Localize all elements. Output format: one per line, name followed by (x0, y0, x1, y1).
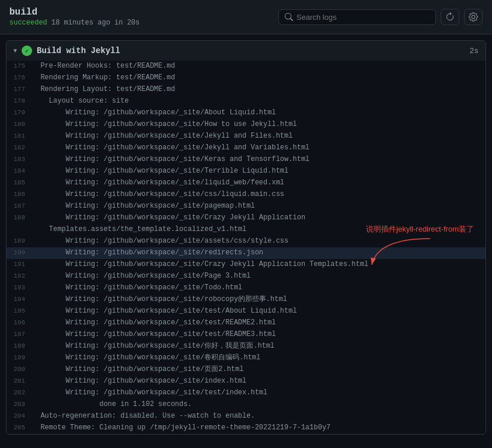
log-line: 187 Writing: /github/workspace/_site/pag… (6, 201, 486, 212)
log-text: Writing: /github/workspace/_site/css/liq… (32, 189, 284, 200)
header-right (278, 9, 483, 25)
log-line: 185 Writing: /github/workspace/_site/liq… (6, 177, 486, 189)
log-line: 203 done in 1.102 seconds. (6, 399, 486, 411)
header-left: build succeeded 18 minutes ago in 20s (9, 7, 139, 27)
log-line: 179 Writing: /github/workspace/_site/Abo… (6, 107, 486, 119)
line-number: 195 (11, 306, 32, 316)
log-text: Remote Theme: Cleaning up /tmp/jekyll-re… (32, 422, 330, 433)
log-text: Writing: /github/workspace/_site/Keras a… (32, 154, 309, 164)
log-text: Writing: /github/workspace/_site/pagemap… (32, 201, 255, 211)
log-text: Writing: /github/workspace/_site/Crazy J… (32, 212, 305, 223)
log-text: Writing: /github/workspace/_site/index.h… (32, 376, 246, 386)
log-line: 190 Writing: /github/workspace/_site/red… (6, 247, 486, 259)
refresh-button[interactable] (441, 9, 459, 25)
search-box[interactable] (278, 9, 436, 25)
log-line: 196 Writing: /github/workspace/_site/tes… (6, 317, 486, 329)
log-text: Writing: /github/workspace/_site/Page 3.… (32, 271, 250, 281)
log-text: done in 1.102 seconds. (32, 399, 192, 410)
line-number: 201 (11, 376, 32, 386)
log-container: 说明插件jekyll-redirect-from装了 175 Pre-Rende… (6, 61, 486, 434)
log-lines: 175 Pre-Render Hooks: test/README.md176 … (6, 61, 486, 434)
log-text: Writing: /github/workspace/_site/test/Ab… (32, 306, 297, 316)
line-number: 192 (11, 271, 32, 281)
settings-icon (469, 12, 478, 22)
search-input[interactable] (296, 13, 430, 22)
line-number: 188 (11, 212, 32, 223)
log-text: Writing: /github/workspace/_site/test/RE… (32, 329, 276, 340)
line-number: 185 (11, 177, 32, 188)
log-line: Templates.assets/the_template.localized_… (6, 224, 486, 236)
job-duration: 2s (469, 47, 479, 55)
page-title: build (9, 7, 139, 18)
line-number: 203 (11, 399, 32, 410)
log-line: 199 Writing: /github/workspace/_site/卷积自… (6, 352, 486, 364)
log-text: Layout source: site (32, 96, 129, 106)
line-number: 175 (11, 61, 32, 71)
line-number (11, 224, 32, 225)
chevron-down-icon: ▼ (13, 48, 17, 54)
line-number: 202 (11, 387, 32, 398)
line-number: 189 (11, 236, 32, 246)
log-line: 189 Writing: /github/workspace/_site/ass… (6, 236, 486, 247)
log-line: 183 Writing: /github/workspace/_site/Ker… (6, 154, 486, 166)
line-number: 178 (11, 96, 32, 106)
line-number: 182 (11, 142, 32, 153)
line-number: 183 (11, 154, 32, 164)
log-text: Writing: /github/workspace/_site/Todo.ht… (32, 282, 242, 293)
line-number: 180 (11, 119, 32, 130)
line-number: 181 (11, 131, 32, 141)
log-text: Rendering Layout: test/README.md (32, 84, 175, 94)
line-number: 199 (11, 352, 32, 363)
line-number: 196 (11, 317, 32, 328)
log-text: Writing: /github/workspace/_site/卷积自编码.h… (32, 352, 260, 363)
log-line: 175 Pre-Render Hooks: test/README.md (6, 61, 486, 72)
log-line: 193 Writing: /github/workspace/_site/Tod… (6, 282, 486, 294)
log-line: 198 Writing: /github/workspace/_site/你好，… (6, 341, 486, 352)
job-header[interactable]: ▼ Build with Jekyll 2s (6, 41, 486, 61)
log-line: 177 Rendering Layout: test/README.md (6, 84, 486, 96)
job-section: ▼ Build with Jekyll 2s 说明插件jekyll-redire… (6, 40, 486, 435)
log-text: Writing: /github/workspace/_site/About L… (32, 107, 276, 118)
log-line: 178 Layout source: site (6, 96, 486, 107)
line-number: 184 (11, 166, 32, 176)
refresh-icon (445, 12, 455, 22)
log-line: 201 Writing: /github/workspace/_site/ind… (6, 376, 486, 387)
line-number: 190 (11, 247, 32, 258)
line-number: 177 (11, 84, 32, 94)
log-text: Templates.assets/the_template.localized_… (32, 224, 246, 235)
header-subtitle: succeeded 18 minutes ago in 20s (9, 19, 139, 27)
line-number: 176 (11, 72, 32, 83)
log-line: 192 Writing: /github/workspace/_site/Pag… (6, 271, 486, 282)
log-text: Writing: /github/workspace/_site/How to … (32, 119, 297, 130)
log-text: Rendering Markup: test/README.md (32, 72, 175, 83)
log-line: 197 Writing: /github/workspace/_site/tes… (6, 329, 486, 341)
log-text: Writing: /github/workspace/_site/页面2.htm… (32, 364, 243, 374)
line-number: 205 (11, 422, 32, 433)
log-text: Writing: /github/workspace/_site/test/RE… (32, 317, 276, 328)
line-number: 187 (11, 201, 32, 211)
log-line: 195 Writing: /github/workspace/_site/tes… (6, 306, 486, 317)
status-success: succeeded (9, 19, 47, 27)
log-line: 191 Writing: /github/workspace/_site/Cra… (6, 259, 486, 271)
log-text: Pre-Render Hooks: test/README.md (32, 61, 175, 71)
line-number: 193 (11, 282, 32, 293)
settings-button[interactable] (464, 9, 483, 25)
subtitle-time: 18 minutes ago in 20s (47, 19, 139, 27)
log-text: Writing: /github/workspace/_site/liquid_… (32, 177, 284, 188)
log-text: Writing: /github/workspace/_site/你好，我是页面… (32, 341, 274, 351)
log-line: 205 Remote Theme: Cleaning up /tmp/jekyl… (6, 422, 486, 434)
log-line: 176 Rendering Markup: test/README.md (6, 72, 486, 84)
status-check-icon (22, 46, 32, 56)
line-number: 179 (11, 107, 32, 118)
log-text: Writing: /github/workspace/_site/robocop… (32, 294, 287, 304)
log-text: Writing: /github/workspace/_site/Jekyll … (32, 131, 292, 141)
line-number: 200 (11, 364, 32, 374)
search-icon (285, 13, 293, 21)
log-line: 202 Writing: /github/workspace/_site/tes… (6, 387, 486, 399)
header: build succeeded 18 minutes ago in 20s (0, 0, 492, 34)
log-text: Writing: /github/workspace/_site/redirec… (32, 247, 263, 258)
log-text: Writing: /github/workspace/_site/Terribl… (32, 166, 288, 176)
log-text: Writing: /github/workspace/_site/Jekyll … (32, 142, 309, 153)
log-text: Auto-regeneration: disabled. Use --watch… (32, 411, 255, 421)
log-text: Writing: /github/workspace/_site/Crazy J… (32, 259, 368, 270)
